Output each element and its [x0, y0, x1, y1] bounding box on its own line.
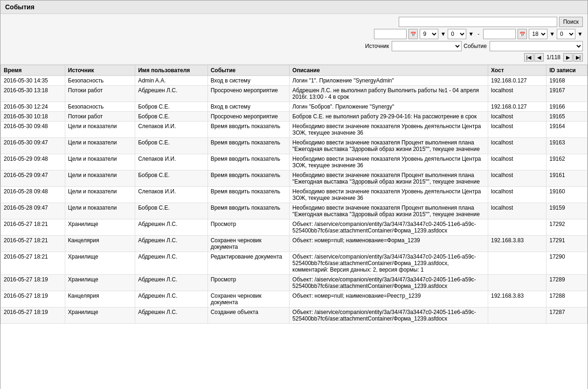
- cell-source: Канцелярия: [65, 236, 135, 252]
- cell-id: 19161: [546, 171, 588, 187]
- calendar-from-icon[interactable]: 📅: [408, 29, 418, 39]
- cell-host: localhost: [488, 203, 546, 219]
- cell-id: 17290: [546, 252, 588, 275]
- cell-user: Абдрешен Л.С.: [135, 252, 208, 275]
- cell-source: Цели и показатели: [65, 203, 135, 219]
- cell-time: 2016-05-29 09:47: [1, 171, 65, 187]
- cell-desc: Необходимо ввести значение показателя Ур…: [290, 122, 488, 138]
- table-row[interactable]: 2016-05-27 18:19ХранилищеАбдрешен Л.С.Пр…: [1, 275, 588, 291]
- cell-user: Абдрешен Л.С.: [135, 307, 208, 324]
- event-label: Событие: [463, 43, 487, 49]
- cell-event: Редактирование документа: [208, 252, 289, 275]
- separator-to2: ▼: [577, 31, 583, 37]
- cell-event: Время вводить показатель: [208, 203, 289, 219]
- table-row[interactable]: 2016-05-27 18:21ХранилищеАбдрешен Л.С.Ре…: [1, 252, 588, 275]
- table-row[interactable]: 2016-05-30 09:47Цели и показателиБобров …: [1, 138, 588, 154]
- table-container: Время Источник Имя пользователя Событие …: [0, 65, 588, 389]
- cell-host: [488, 252, 546, 275]
- cell-user: Абдрешен Л.С.: [135, 236, 208, 252]
- cell-desc: Абдрешен Л.С. не выполнил работу Выполни…: [290, 86, 488, 102]
- hour-from-select[interactable]: 01234567891011121314151617181920212223: [420, 29, 438, 39]
- cell-desc: Объект: /aiservice/companion/entity/3a/3…: [290, 275, 488, 291]
- table-row[interactable]: 2016-05-27 18:19ХранилищеАбдрешен Л.С.Со…: [1, 307, 588, 324]
- table-row[interactable]: 2016-05-28 09:47Цели и показателиБобров …: [1, 203, 588, 219]
- table-row[interactable]: 2016-05-30 12:24БезопасностьБобров С.Е.В…: [1, 102, 588, 112]
- cell-time: 2016-05-27 18:19: [1, 291, 65, 307]
- cell-event: Просрочено мероприятие: [208, 86, 289, 102]
- event-select[interactable]: [490, 41, 583, 51]
- events-table: Время Источник Имя пользователя Событие …: [0, 65, 588, 324]
- page-next-btn[interactable]: ▶: [563, 53, 573, 61]
- table-header-row: Время Источник Имя пользователя Событие …: [1, 65, 588, 76]
- cell-desc: Объект: /aiservice/companion/entity/3a/3…: [290, 252, 488, 275]
- cell-desc: Необходимо ввести значение показателя Ур…: [290, 154, 488, 171]
- cell-time: 2016-05-27 18:19: [1, 275, 65, 291]
- table-row[interactable]: 2016-05-29 09:48Цели и показателиСлепако…: [1, 154, 588, 171]
- cell-id: 19164: [546, 122, 588, 138]
- cell-host: localhost: [488, 122, 546, 138]
- min-from-select[interactable]: 0123456789101112131415161718192021222324…: [448, 29, 466, 39]
- cell-event: Время вводить показатель: [208, 122, 289, 138]
- col-header-event: Событие: [208, 65, 289, 76]
- cell-user: Бобров С.Е.: [135, 112, 208, 122]
- pagination-row: |◀ ◀ 1/118 ▶ ▶|: [5, 53, 583, 61]
- col-header-desc: Описание: [290, 65, 488, 76]
- calendar-to-icon[interactable]: 📅: [518, 29, 527, 39]
- cell-id: 19166: [546, 102, 588, 112]
- table-row[interactable]: 2016-05-30 13:18Потоки работАбдрешен Л.С…: [1, 86, 588, 102]
- toolbar: Поиск 01.05.16 📅 01234567891011121314151…: [0, 14, 588, 65]
- cell-desc: Необходимо ввести значение показателя Ур…: [290, 187, 488, 203]
- cell-user: Admin A.A.: [135, 76, 208, 86]
- cell-time: 2016-05-29 09:48: [1, 154, 65, 171]
- date-from-input[interactable]: 01.05.16: [374, 29, 407, 39]
- hour-to-select[interactable]: 01234567891011121314151617181920212223: [529, 29, 547, 39]
- cell-source: Канцелярия: [65, 291, 135, 307]
- col-header-user: Имя пользователя: [135, 65, 208, 76]
- cell-desc: Логин "1". Приложение "SynergyAdmin": [290, 76, 488, 86]
- col-header-time: Время: [1, 65, 65, 76]
- cell-host: localhost: [488, 112, 546, 122]
- cell-time: 2016-05-30 10:18: [1, 112, 65, 122]
- table-row[interactable]: 2016-05-30 10:18Потоки работБобров С.Е.П…: [1, 112, 588, 122]
- table-row[interactable]: 2016-05-29 09:47Цели и показателиБобров …: [1, 171, 588, 187]
- cell-desc: Объект: /aiservice/companion/entity/3a/3…: [290, 219, 488, 236]
- cell-desc: Необходимо ввести значение показателя Пр…: [290, 203, 488, 219]
- cell-host: localhost: [488, 187, 546, 203]
- cell-id: 17291: [546, 236, 588, 252]
- table-row[interactable]: 2016-05-27 18:21ХранилищеАбдрешен Л.С.Пр…: [1, 219, 588, 236]
- cell-event: Просрочено мероприятие: [208, 112, 289, 122]
- table-row[interactable]: 2016-05-28 09:48Цели и показателиСлепако…: [1, 187, 588, 203]
- min-to-select[interactable]: 0123456789101112131415161718192021222324…: [557, 29, 575, 39]
- cell-source: Цели и показатели: [65, 154, 135, 171]
- table-row[interactable]: 2016-05-30 14:35БезопасностьAdmin A.A.Вх…: [1, 76, 588, 86]
- cell-source: Безопасность: [65, 76, 135, 86]
- cell-user: Абдрешен Л.С.: [135, 275, 208, 291]
- filter-row: Источник Событие: [5, 41, 583, 51]
- cell-id: 17292: [546, 219, 588, 236]
- cell-user: Бобров С.Е.: [135, 138, 208, 154]
- cell-event: Время вводить показатель: [208, 154, 289, 171]
- dash-sep: -: [477, 31, 479, 37]
- search-input[interactable]: [399, 17, 557, 27]
- page-last-btn[interactable]: ▶|: [574, 53, 583, 61]
- cell-host: 192.168.0.127: [488, 76, 546, 86]
- page-first-btn[interactable]: |◀: [524, 53, 533, 61]
- cell-id: 17288: [546, 291, 588, 307]
- cell-event: Время вводить показатель: [208, 171, 289, 187]
- page-prev-btn[interactable]: ◀: [534, 53, 544, 61]
- source-select[interactable]: [392, 41, 462, 51]
- cell-source: Цели и показатели: [65, 138, 135, 154]
- table-row[interactable]: 2016-05-27 18:21КанцелярияАбдрешен Л.С.С…: [1, 236, 588, 252]
- table-row[interactable]: 2016-05-30 09:48Цели и показателиСлепако…: [1, 122, 588, 138]
- table-row[interactable]: 2016-05-27 18:19КанцелярияАбдрешен Л.С.С…: [1, 291, 588, 307]
- cell-source: Цели и показатели: [65, 171, 135, 187]
- cell-time: 2016-05-30 09:48: [1, 122, 65, 138]
- date-to-input[interactable]: 30.05.16: [483, 29, 516, 39]
- cell-desc: Объект: номер=null; наименование=Реестр_…: [290, 291, 488, 307]
- separator-to: ▼: [549, 31, 555, 37]
- cell-id: 17289: [546, 275, 588, 291]
- search-button[interactable]: Поиск: [559, 17, 583, 27]
- cell-desc: Необходимо ввести значение показателя Пр…: [290, 138, 488, 154]
- cell-desc: Объект: номер=null; наименование=Форма_1…: [290, 236, 488, 252]
- separator-from2: ▼: [468, 31, 474, 37]
